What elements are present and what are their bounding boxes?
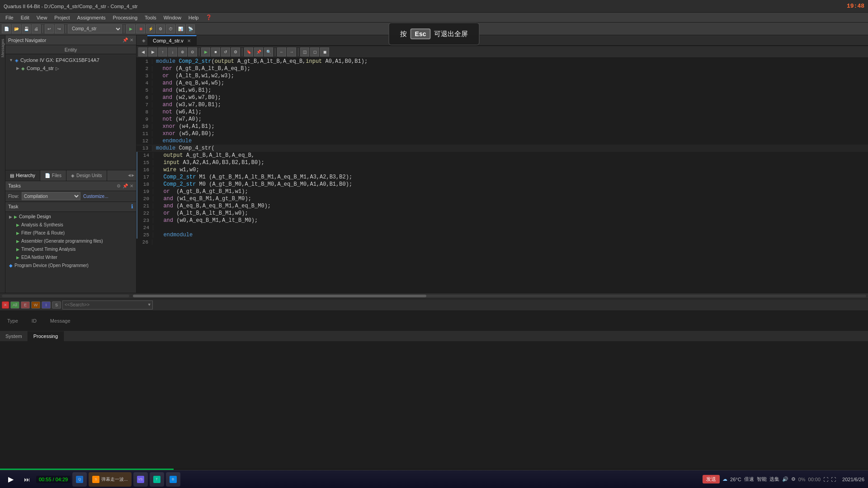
messages-search-input[interactable] xyxy=(65,302,146,307)
line-content[interactable]: and (A_eq_B,A_eq_B_M1,A_eq_B_M0); xyxy=(153,203,271,209)
tasks-close-icon[interactable]: ✕ xyxy=(130,183,133,188)
tab-processing[interactable]: Processing xyxy=(28,331,64,341)
msg-warn-btn[interactable]: W xyxy=(31,301,40,309)
menu-item-tools[interactable]: Tools xyxy=(141,14,160,21)
line-content[interactable]: wire w1,w0; xyxy=(153,167,199,173)
expand-icon[interactable]: ⛶ xyxy=(823,477,828,482)
line-content[interactable]: module Comp_2_str(output A_gt_B,A_lt_B,A… xyxy=(152,58,368,65)
ed-btn-1[interactable]: ◀ xyxy=(138,47,147,56)
taskbar-next-btn[interactable]: ⏭ xyxy=(20,472,34,487)
new-btn[interactable]: 📄 xyxy=(2,24,11,33)
nav-arrow-right[interactable]: ▶ xyxy=(132,173,134,178)
tasks-pin-icon[interactable]: 📌 xyxy=(123,183,128,188)
msg-suppress-btn[interactable]: S xyxy=(52,301,61,309)
nav-pin-icon[interactable]: 📌 xyxy=(123,38,128,42)
task-eda-netlist[interactable]: ▶ EDA Netlist Writer xyxy=(5,253,136,262)
fullscreen-icon[interactable]: ⛶ xyxy=(831,477,836,482)
undo-btn[interactable]: ↩ xyxy=(45,24,54,33)
analyze-btn[interactable]: ⚡ xyxy=(146,24,155,33)
task-timequest[interactable]: ▶ TimeQuest Timing Analysis xyxy=(5,245,136,253)
code-editor[interactable]: 1module Comp_2_str(output A_gt_B,A_lt_B,… xyxy=(137,58,868,293)
menu-item-file[interactable]: File xyxy=(2,14,17,21)
line-content[interactable]: Comp_2_str M0 (A_gt_B_M0,A_lt_B_M0,A_eq_… xyxy=(153,181,352,188)
tab-close-icon[interactable]: ✕ xyxy=(187,38,191,43)
line-content[interactable]: output A_gt_B,A_lt_B,A_eq_B, xyxy=(153,152,255,159)
msg-info-btn[interactable]: I xyxy=(42,301,51,309)
print-btn[interactable]: 🖨 xyxy=(32,24,41,33)
save-btn[interactable]: 💾 xyxy=(22,24,31,33)
line-content[interactable]: xnor (w5,A0,B0); xyxy=(152,131,215,137)
h-scrollbar-thumb[interactable] xyxy=(133,295,426,297)
ed-btn-2[interactable]: ▶ xyxy=(148,47,157,56)
menu-item-window[interactable]: Window xyxy=(160,14,185,21)
line-content[interactable]: Comp_2_str M1 (A_gt_B_M1,A_lt_B_M1,A_eq_… xyxy=(153,174,352,180)
fitter-btn[interactable]: ⚙ xyxy=(156,24,165,33)
tab-hierarchy[interactable]: ▤ Hierarchy xyxy=(5,170,40,181)
line-content[interactable]: not (w7,A0); xyxy=(152,116,202,122)
line-content[interactable]: or (A_gt_B,A_gt_B_M1,w1); xyxy=(153,188,248,195)
ed-extra-3[interactable]: ◼ xyxy=(320,47,329,56)
menu-item-edit[interactable]: Edit xyxy=(17,14,33,21)
ed-pin-btn[interactable]: 📌 xyxy=(254,47,263,56)
task-fitter[interactable]: ▶ Fitter (Place & Route) xyxy=(5,229,136,237)
customize-button[interactable]: Customize... xyxy=(83,194,108,199)
stop-btn[interactable]: ⏹ xyxy=(136,24,145,33)
menu-item-assignments[interactable]: Assignments xyxy=(74,14,109,21)
task-program-device[interactable]: ◆ Program Device (Open Programmer) xyxy=(5,262,136,270)
line-content[interactable]: and (w1,w6,B1); xyxy=(152,87,211,94)
line-content[interactable]: and (A_eq_B,w4,w5); xyxy=(152,80,224,86)
ed-extra-1[interactable]: ◫ xyxy=(300,47,309,56)
msg-error-btn[interactable]: E xyxy=(21,301,30,309)
line-content[interactable]: and (w3,w7,B0,B1); xyxy=(152,102,221,108)
send-btn[interactable]: 发送 xyxy=(703,475,720,483)
menu-item-help[interactable]: Help xyxy=(185,14,203,21)
top-module-node[interactable]: ▶ ◈ Comp_4_str ▷ xyxy=(7,64,134,72)
line-content[interactable]: endmodule xyxy=(153,232,193,238)
taskbar-search-app[interactable]: S 弹幕走一波... xyxy=(89,472,131,487)
entity-dropdown[interactable]: Comp_4_str xyxy=(68,24,122,33)
tab-system[interactable]: System xyxy=(0,331,28,341)
open-btn[interactable]: 📂 xyxy=(12,24,21,33)
timing-btn[interactable]: ⏱ xyxy=(166,24,175,33)
ed-extra-2[interactable]: ◻ xyxy=(310,47,319,56)
line-content[interactable]: and (w2,w6,w7,B0); xyxy=(152,94,221,101)
ed-magnify-btn[interactable]: 🔍 xyxy=(264,47,273,56)
compile-btn[interactable]: ▶ xyxy=(126,24,135,33)
task-analysis-synthesis[interactable]: ▶ Analysis & Synthesis xyxy=(5,221,136,229)
ed-gear-btn[interactable]: ⚙ xyxy=(231,47,240,56)
line-content[interactable]: input A3,A2,A1,A0,B3,B2,B1,B0); xyxy=(153,160,264,166)
ed-loop-btn[interactable]: ↺ xyxy=(221,47,230,56)
ed-btn-6[interactable]: ⊖ xyxy=(188,47,197,56)
menu-item-project[interactable]: Project xyxy=(51,14,73,21)
editor-tab-comp4str[interactable]: Comp_4_str.v ✕ xyxy=(147,35,197,45)
volume-icon[interactable]: 🔊 xyxy=(782,476,788,482)
line-content[interactable]: module Comp_4_str( xyxy=(152,145,215,151)
taskbar-app-browser[interactable]: B xyxy=(166,472,180,487)
line-content[interactable]: and (w1_eq_B_M1,A_gt_B_M0); xyxy=(153,196,251,202)
menu-item-view[interactable]: View xyxy=(33,14,51,21)
line-content[interactable]: not (w6,A1); xyxy=(152,109,202,115)
msg-close-btn[interactable]: ✕ xyxy=(2,301,9,309)
eda-btn[interactable]: 📊 xyxy=(176,24,185,33)
tab-design-units[interactable]: ◈ Design Units xyxy=(66,170,107,181)
nav-arrow-left[interactable]: ◀ xyxy=(128,173,131,178)
ed-btn-4[interactable]: ↓ xyxy=(168,47,177,56)
line-content[interactable]: or (A_lt_B,w1,w2,w3); xyxy=(152,73,234,79)
menu-item-processing[interactable]: Processing xyxy=(109,14,141,21)
line-content[interactable]: xnor (w4,A1,B1); xyxy=(152,123,215,130)
ed-arrow-left[interactable]: ← xyxy=(277,47,286,56)
taskbar-quartus-app[interactable]: Q xyxy=(72,472,87,487)
tab-files[interactable]: 📄 Files xyxy=(40,170,66,181)
playback-speed[interactable]: 倍速 xyxy=(744,476,754,483)
collection[interactable]: 选集 xyxy=(769,476,779,483)
task-assembler[interactable]: ▶ Assembler (Generate programming files) xyxy=(5,237,136,245)
line-content[interactable]: endmodule xyxy=(152,138,192,144)
nav-close-icon[interactable]: ✕ xyxy=(130,38,133,42)
taskbar-app-vs[interactable]: VS xyxy=(133,472,148,487)
taskbar-app-term[interactable]: T xyxy=(150,472,164,487)
line-content[interactable]: and (w0,A_eq_B_M1,A_lt_B_M0); xyxy=(153,217,258,224)
ed-btn-5[interactable]: ⊕ xyxy=(178,47,187,56)
task-info-icon[interactable]: ℹ xyxy=(131,203,133,210)
device-node[interactable]: ▼ ◈ Cyclone IV GX: EP4CGX15BF14A7 xyxy=(7,56,134,64)
taskbar-play-btn[interactable]: ▶ xyxy=(4,472,18,487)
